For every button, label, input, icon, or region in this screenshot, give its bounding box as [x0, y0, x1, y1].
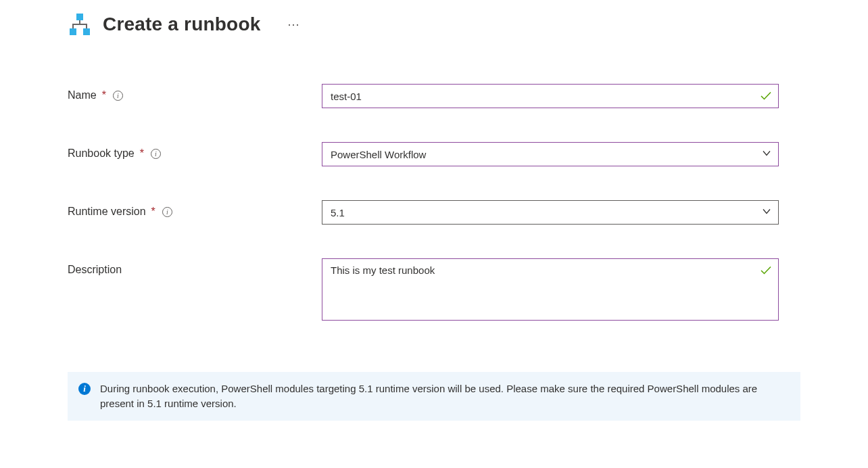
- runbook-hierarchy-icon: [68, 12, 92, 37]
- chevron-down-icon: [762, 149, 771, 160]
- page-title: Create a runbook: [103, 14, 260, 35]
- runtime-version-label-text: Runtime version: [68, 206, 146, 218]
- description-textarea[interactable]: [322, 258, 779, 321]
- name-label: Name * i: [68, 84, 322, 101]
- info-icon[interactable]: i: [162, 207, 172, 217]
- runbook-type-value: PowerShell Workflow: [331, 149, 426, 160]
- runbook-type-dropdown[interactable]: PowerShell Workflow: [322, 142, 779, 166]
- required-indicator: *: [140, 147, 144, 160]
- chevron-down-icon: [762, 207, 771, 218]
- svg-rect-1: [70, 28, 76, 35]
- runtime-version-dropdown[interactable]: 5.1: [322, 200, 779, 225]
- page-header: Create a runbook ⋯: [68, 12, 800, 37]
- description-label: Description: [68, 258, 322, 276]
- more-actions-icon[interactable]: ⋯: [287, 17, 300, 32]
- required-indicator: *: [102, 89, 106, 101]
- info-banner-text: During runbook execution, PowerShell mod…: [100, 381, 790, 411]
- name-label-text: Name: [68, 89, 97, 101]
- runbook-type-label: Runbook type * i: [68, 142, 322, 160]
- runbook-type-label-text: Runbook type: [68, 147, 135, 160]
- info-icon[interactable]: i: [151, 149, 161, 159]
- runtime-version-value: 5.1: [331, 207, 345, 218]
- svg-rect-2: [83, 28, 90, 35]
- info-circle-icon: i: [78, 383, 91, 395]
- svg-rect-0: [76, 14, 83, 20]
- required-indicator: *: [151, 206, 155, 218]
- runtime-version-label: Runtime version * i: [68, 200, 322, 218]
- name-input[interactable]: [322, 84, 779, 108]
- info-banner: i During runbook execution, PowerShell m…: [68, 372, 800, 421]
- info-icon[interactable]: i: [113, 91, 123, 101]
- description-label-text: Description: [68, 264, 122, 276]
